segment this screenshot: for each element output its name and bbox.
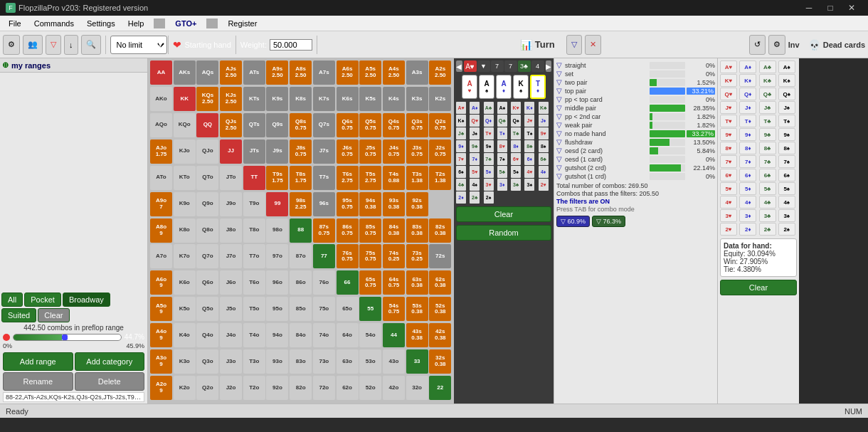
dead-card-cell[interactable]: K♣	[759, 74, 776, 87]
hand-cell[interactable]: 73o	[313, 349, 335, 374]
card-picker-cell[interactable]: 8♥	[497, 140, 507, 152]
flop-card-3[interactable]: A♦	[496, 75, 512, 99]
dead-card-cell[interactable]: 5♠	[778, 182, 795, 195]
hand-cell[interactable]: AKs	[174, 60, 196, 85]
hand-cell[interactable]: T3s 1.38	[406, 166, 428, 190]
hand-cell[interactable]: 43o	[383, 349, 405, 374]
card-picker-cell[interactable]: 7♥	[456, 153, 466, 165]
hand-cell[interactable]: 92o	[266, 376, 288, 400]
hand-cell[interactable]: ATo	[150, 166, 172, 190]
hand-cell[interactable]: 84o	[290, 323, 312, 347]
hand-cell[interactable]: 82s 0.38	[429, 218, 451, 243]
hand-cell[interactable]: J3o	[220, 349, 242, 374]
hand-cell[interactable]: A6s 2.50	[337, 60, 359, 85]
card-picker-cell[interactable]: 4♥	[524, 166, 534, 178]
card-picker-cell[interactable]: K♦	[524, 102, 534, 114]
hand-cell[interactable]: 52s 0.38	[429, 297, 451, 321]
dead-card-cell[interactable]: 5♣	[759, 182, 776, 195]
hand-cell[interactable]: 42o	[383, 376, 405, 400]
hand-cell[interactable]: 87s 0.75	[313, 218, 335, 243]
dead-card-cell[interactable]: 6♦	[739, 169, 756, 181]
card-picker-cell[interactable]: 3♥	[484, 179, 494, 191]
dead-card-cell[interactable]: 2♦	[739, 223, 756, 236]
hand-cell[interactable]: TT	[243, 166, 265, 190]
hand-cell[interactable]: 86s 0.75	[337, 218, 359, 243]
hand-cell[interactable]: 74o	[313, 323, 335, 347]
hand-cell[interactable]: T6s 2.75	[337, 166, 359, 190]
card-picker-cell[interactable]: 4♠	[470, 179, 480, 191]
hand-cell[interactable]	[429, 192, 451, 216]
card-picker-cell[interactable]: 8♠	[539, 140, 549, 152]
hand-cell[interactable]: 65o	[337, 297, 359, 321]
dead-card-cell[interactable]: 8♦	[739, 142, 756, 154]
hand-cell[interactable]: J6o	[220, 270, 242, 295]
card-picker-cell[interactable]: 2♥	[539, 179, 549, 191]
hand-cell[interactable]: J5s 0.75	[359, 139, 381, 164]
dead-card-cell[interactable]: 2♥	[720, 223, 737, 236]
hand-cell[interactable]: KQs 2.50	[196, 87, 218, 111]
stats-filter-btn1[interactable]: ▽ 60.9%	[556, 216, 590, 227]
hand-cell[interactable]: 93o	[266, 349, 288, 374]
card-picker-cell[interactable]: 7♣	[484, 153, 494, 165]
stats-filter-btn2[interactable]: ▽ 76.3%	[592, 216, 625, 227]
hand-cell[interactable]: 43s 0.38	[406, 323, 428, 347]
hand-cell[interactable]: 83o	[290, 349, 312, 374]
menu-commands[interactable]: Commands	[28, 18, 80, 29]
dead-card-cell[interactable]: 7♦	[739, 155, 756, 168]
menu-gto[interactable]: GTO+	[169, 18, 202, 29]
card-picker-cell[interactable]: 5♥	[470, 166, 480, 178]
hand-cell[interactable]: 73s 0.25	[406, 244, 428, 268]
add-category-button[interactable]: Add category	[75, 352, 145, 371]
dead-card-cell[interactable]: T♦	[739, 115, 756, 127]
hand-cell[interactable]: K6o	[174, 270, 196, 295]
dead-card-cell[interactable]: Q♣	[759, 88, 776, 100]
hand-cell[interactable]: 86o	[290, 270, 312, 295]
hand-cell[interactable]: K9o	[174, 192, 196, 216]
filter-suited-btn[interactable]: Suited	[1, 308, 36, 322]
hand-cell[interactable]: A6o 9	[150, 270, 172, 295]
hand-cell[interactable]: J2o	[220, 376, 242, 400]
card-picker-cell[interactable]: 2♠	[484, 191, 494, 204]
hand-cell[interactable]: Q6s 0.75	[337, 113, 359, 137]
hand-cell[interactable]: 75s 0.75	[359, 244, 381, 268]
dead-card-cell[interactable]: K♦	[739, 74, 756, 87]
menu-register[interactable]: Register	[222, 18, 263, 29]
card-picker-cell[interactable]: J♦	[539, 115, 549, 127]
hand-cell[interactable]: K7o	[174, 244, 196, 268]
hand-cell[interactable]: 76o	[313, 270, 335, 295]
filter-all-btn[interactable]: All	[1, 293, 23, 307]
hand-cell[interactable]: T8o	[243, 218, 265, 243]
hand-cell[interactable]: K9s	[266, 87, 288, 111]
hand-cell[interactable]: 99	[266, 192, 288, 216]
card-picker-cell[interactable]: Q♣	[497, 115, 507, 127]
hand-cell[interactable]: Q4o	[196, 323, 218, 347]
rank-3-btn[interactable]: 3♣	[518, 60, 531, 72]
hand-cell[interactable]: 32o	[406, 376, 428, 400]
hand-cell[interactable]: K2o	[174, 376, 196, 400]
hand-cell[interactable]: A3o 9	[150, 349, 172, 374]
hand-cell[interactable]: 97o	[266, 244, 288, 268]
hand-cell[interactable]: J8o	[220, 218, 242, 243]
hand-cell[interactable]: K8s	[290, 87, 312, 111]
card-picker-cell[interactable]: 6♦	[524, 153, 534, 165]
hand-cell[interactable]: A8s 2.50	[290, 60, 312, 85]
hand-cell[interactable]: 22	[429, 376, 451, 400]
dead-card-cell[interactable]: 3♠	[778, 209, 795, 222]
dead-card-cell[interactable]: A♠	[778, 60, 795, 73]
hand-cell[interactable]: 54s 0.75	[383, 297, 405, 321]
dead-card-cell[interactable]: 3♣	[759, 209, 776, 222]
turn-clear-button[interactable]: Clear	[456, 206, 551, 222]
hand-cell[interactable]: KTs	[243, 87, 265, 111]
menu-settings[interactable]: Settings	[81, 18, 121, 29]
hand-cell[interactable]: 96s	[313, 192, 335, 216]
users-button[interactable]: 👥	[23, 35, 43, 55]
hand-cell[interactable]: QJo	[196, 139, 218, 164]
minimize-button[interactable]: ─	[798, 0, 820, 16]
dead-card-cell[interactable]: 4♥	[720, 196, 737, 209]
hand-cell[interactable]: A7s	[313, 60, 335, 85]
hand-cell[interactable]: A4o 9	[150, 323, 172, 347]
add-range-button[interactable]: Add range	[3, 352, 73, 371]
card-picker-cell[interactable]: A♥	[456, 102, 466, 114]
hand-cell[interactable]: T4o	[243, 323, 265, 347]
card-picker-cell[interactable]: K♠	[456, 115, 466, 127]
